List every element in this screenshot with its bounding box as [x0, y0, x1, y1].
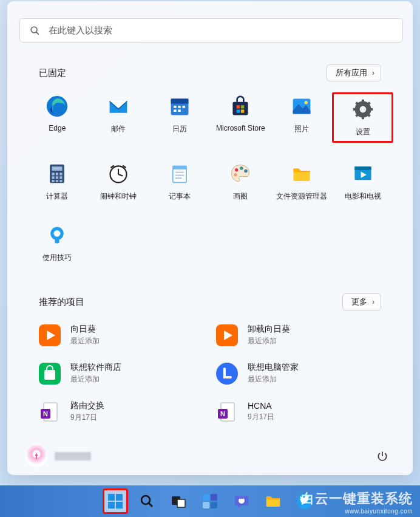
- start-button[interactable]: [103, 488, 128, 514]
- svg-rect-86: [211, 494, 217, 501]
- app-calendar[interactable]: 日历: [149, 92, 210, 143]
- paint-icon: [229, 162, 252, 185]
- svg-rect-87: [203, 502, 209, 508]
- svg-rect-84: [177, 499, 185, 507]
- app-calculator[interactable]: 计算器: [27, 160, 88, 204]
- app-edge[interactable]: Edge: [27, 92, 88, 143]
- search-input[interactable]: 在此键入以搜索: [19, 18, 403, 43]
- taskbar: [0, 485, 420, 517]
- svg-rect-12: [178, 109, 181, 112]
- search-placeholder: 在此键入以搜索: [49, 25, 112, 36]
- sunflower-icon: [216, 324, 238, 346]
- svg-line-82: [149, 504, 153, 507]
- app-paint[interactable]: 画图: [210, 160, 271, 204]
- svg-rect-48: [172, 166, 186, 169]
- lenovo-l-icon: [216, 363, 238, 385]
- svg-point-30: [359, 106, 366, 113]
- svg-point-68: [216, 363, 238, 385]
- recommended-grid: 向日葵 最近添加 卸载向日葵 最近添加 联想软件商店 最近添加: [19, 321, 401, 425]
- chat-button[interactable]: [229, 488, 254, 514]
- recommended-label: 推荐的项目: [39, 296, 84, 308]
- svg-rect-33: [52, 173, 55, 175]
- taskbar-search-button[interactable]: [134, 488, 160, 514]
- svg-rect-8: [174, 106, 177, 108]
- svg-rect-38: [60, 176, 63, 179]
- movies-icon: [351, 162, 374, 185]
- svg-rect-15: [241, 105, 244, 108]
- pinned-header: 已固定 所有应用 ›: [39, 64, 381, 81]
- calendar-icon: [168, 95, 191, 118]
- svg-rect-9: [178, 106, 181, 108]
- start-footer: [7, 437, 413, 475]
- app-photos[interactable]: 照片: [271, 92, 333, 143]
- taskbar-twitter[interactable]: [292, 488, 317, 514]
- svg-rect-22: [362, 100, 364, 103]
- more-button[interactable]: 更多 ›: [342, 293, 381, 310]
- all-apps-button[interactable]: 所有应用 ›: [327, 64, 381, 81]
- twitter-icon: [296, 493, 313, 510]
- svg-rect-80: [116, 502, 123, 508]
- task-view-button[interactable]: [166, 488, 191, 514]
- svg-rect-34: [56, 173, 58, 175]
- app-microsoft-store[interactable]: Microsoft Store: [210, 92, 271, 143]
- svg-rect-78: [116, 494, 123, 501]
- svg-rect-40: [56, 180, 58, 182]
- app-notepad[interactable]: 记事本: [149, 160, 210, 204]
- svg-point-61: [54, 230, 61, 237]
- svg-rect-67: [44, 370, 55, 380]
- svg-rect-14: [237, 105, 240, 108]
- chevron-right-icon: ›: [372, 298, 374, 306]
- svg-rect-24: [353, 108, 356, 111]
- widgets-icon: [202, 493, 218, 509]
- app-alarms-clock[interactable]: 闹钟和时钟: [88, 160, 149, 204]
- svg-point-52: [235, 168, 238, 171]
- app-settings[interactable]: 设置: [332, 92, 393, 143]
- widgets-button[interactable]: [197, 488, 223, 514]
- svg-rect-77: [108, 494, 115, 501]
- rec-item-hcna[interactable]: N HCNA 9月17日: [214, 398, 384, 425]
- power-button[interactable]: [370, 444, 395, 468]
- windows-icon: [107, 493, 123, 509]
- onenote-doc-icon: N: [216, 401, 238, 423]
- taskview-icon: [171, 495, 186, 508]
- ms-store-icon: [229, 95, 252, 118]
- svg-text:N: N: [220, 410, 225, 417]
- chat-icon: [234, 493, 249, 509]
- recommended-header: 推荐的项目 更多 ›: [39, 293, 381, 310]
- notepad-icon: [168, 162, 191, 185]
- folder-icon: [290, 162, 313, 185]
- folder-icon: [265, 494, 282, 508]
- svg-rect-39: [52, 180, 55, 182]
- svg-rect-35: [60, 173, 63, 175]
- mail-icon: [107, 95, 130, 118]
- svg-point-54: [245, 169, 248, 173]
- pinned-apps-grid: Edge 邮件 日历 Microsoft Store 照片: [19, 92, 401, 265]
- svg-rect-85: [203, 494, 209, 501]
- tips-icon: [46, 224, 69, 247]
- user-account-button[interactable]: [25, 445, 91, 467]
- app-movies-tv[interactable]: 电影和电视: [332, 160, 393, 204]
- svg-rect-10: [182, 106, 185, 108]
- app-file-explorer[interactable]: 文件资源管理器: [271, 160, 333, 204]
- rec-item-routing[interactable]: N 路由交换 9月17日: [36, 398, 206, 425]
- app-tips[interactable]: 使用技巧: [27, 221, 88, 265]
- svg-rect-88: [211, 502, 217, 508]
- calculator-icon: [46, 162, 69, 185]
- svg-rect-76: [36, 456, 36, 459]
- svg-text:N: N: [43, 410, 48, 417]
- taskbar-file-explorer[interactable]: [260, 488, 286, 514]
- app-mail[interactable]: 邮件: [88, 92, 149, 143]
- edge-icon: [46, 95, 69, 118]
- sunflower-icon: [39, 324, 61, 346]
- clock-icon: [107, 162, 130, 185]
- rec-item-uninstall-sunflower[interactable]: 卸载向日葵 最近添加: [214, 321, 384, 349]
- svg-rect-32: [52, 166, 63, 171]
- rec-item-lenovo-pc-manager[interactable]: 联想电脑管家 最近添加: [214, 360, 384, 387]
- svg-rect-60: [55, 239, 59, 243]
- search-icon: [140, 494, 154, 508]
- svg-point-20: [304, 101, 307, 104]
- rec-item-sunflower[interactable]: 向日葵 最近添加: [36, 321, 206, 349]
- pinned-label: 已固定: [39, 67, 66, 79]
- svg-rect-57: [354, 166, 371, 170]
- rec-item-lenovo-store[interactable]: 联想软件商店 最近添加: [36, 360, 206, 387]
